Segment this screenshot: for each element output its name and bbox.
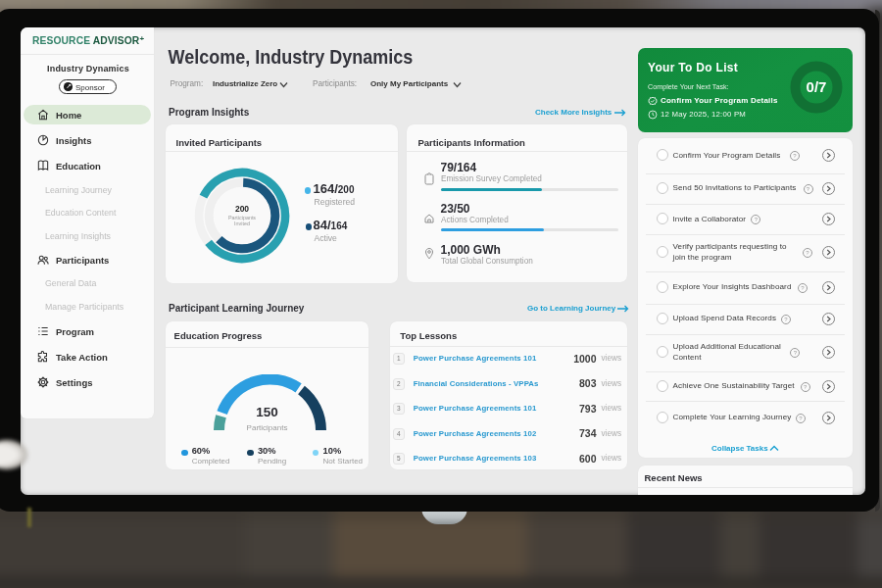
svg-text:Invited: Invited <box>234 220 250 226</box>
svg-text:200: 200 <box>234 204 248 214</box>
svg-text:Participants: Participants <box>227 215 255 220</box>
